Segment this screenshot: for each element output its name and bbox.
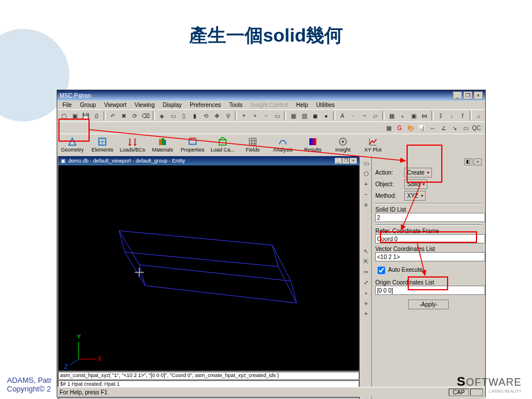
menu-help[interactable]: Help xyxy=(293,101,311,109)
panel-close-button[interactable]: × xyxy=(474,158,482,165)
angle-icon[interactable]: ∠ xyxy=(438,123,449,133)
action-dropdown[interactable]: Create xyxy=(404,168,432,178)
elements-button[interactable]: Elements xyxy=(87,134,117,155)
geometry-panel: ◧ × Action: Create Object: Solid Method:… xyxy=(371,156,485,399)
node-icon[interactable]: ∘ xyxy=(397,110,408,121)
shaded-icon[interactable]: ◼ xyxy=(310,110,320,121)
quick-icon[interactable]: QC xyxy=(471,123,482,133)
materials-button[interactable]: Materials xyxy=(147,134,178,155)
point-icon[interactable]: · xyxy=(348,110,359,121)
auto-execute-checkbox[interactable] xyxy=(378,267,385,274)
loads-bcs-button[interactable]: Loads/BCs xyxy=(117,134,147,155)
element-icon[interactable]: ▣ xyxy=(408,110,419,121)
cmd-line-1[interactable]: asm_const_hpat_xyz( "1", "<10 2 1>", "[0… xyxy=(58,372,359,380)
menu-group[interactable]: Group xyxy=(77,101,99,109)
menu-utilities[interactable]: Utilities xyxy=(313,101,338,109)
pick-any-icon[interactable]: + xyxy=(361,309,371,318)
menu-insight-control[interactable]: Insight Control xyxy=(248,101,291,109)
menu-file[interactable]: File xyxy=(60,101,75,109)
view-front-icon[interactable]: ▯ xyxy=(179,110,189,121)
panel-pin-button[interactable]: ◧ xyxy=(464,158,472,165)
pan-icon[interactable]: ✥ xyxy=(212,110,222,121)
view-top-icon[interactable]: ▭ xyxy=(168,110,178,121)
minimize-button[interactable]: _ xyxy=(453,91,462,99)
wireframe-icon[interactable]: ▦ xyxy=(288,110,298,121)
screen-icon[interactable]: ▭ xyxy=(460,123,471,133)
clear-icon[interactable]: ⌫ xyxy=(141,110,151,121)
method-dropdown[interactable]: XYZ xyxy=(404,191,426,201)
undo-icon[interactable]: ↶ xyxy=(108,110,118,121)
zoom-in-icon[interactable]: ＋ xyxy=(250,110,260,121)
home-icon[interactable]: ⌂ xyxy=(474,110,484,121)
open-icon[interactable]: ▣ xyxy=(69,110,80,121)
close-button[interactable]: × xyxy=(474,91,483,99)
results-button[interactable]: Results xyxy=(298,134,328,155)
curve-icon[interactable]: ~ xyxy=(359,110,370,121)
solid-id-label: Solid ID List xyxy=(375,206,482,213)
zoom-box-icon[interactable]: ▭ xyxy=(272,110,282,121)
polygon-select-icon[interactable]: ⬠ xyxy=(361,169,371,178)
toggle-icon[interactable]: ≡ xyxy=(361,200,371,209)
smooth-icon[interactable]: ● xyxy=(321,110,331,121)
pick-vertex-icon[interactable]: ⋄ xyxy=(361,298,371,308)
restore-button[interactable]: ❐ xyxy=(463,91,472,99)
add-icon[interactable]: + xyxy=(361,179,371,189)
origin-label: Origin Coordinates List xyxy=(375,279,482,286)
fields-button[interactable]: Fields xyxy=(238,134,268,155)
view-iso-icon[interactable]: ◈ xyxy=(157,110,167,121)
geometry-button[interactable]: Geometry xyxy=(57,134,87,155)
pick-face-icon[interactable]: ⤢ xyxy=(361,278,371,287)
geometry-label: Geometry xyxy=(61,147,84,153)
label-icon[interactable]: A xyxy=(337,110,348,121)
object-dropdown[interactable]: Solid xyxy=(404,179,427,189)
zoom-icon[interactable]: ⚲ xyxy=(223,110,233,121)
pick-point-icon[interactable]: ↖ xyxy=(361,246,371,256)
pick-filter-icon[interactable]: ▦ xyxy=(383,123,394,133)
pick-curve-icon[interactable]: G xyxy=(394,123,405,133)
ref-frame-input[interactable] xyxy=(375,234,485,243)
xy-plot-button[interactable]: XY Plot xyxy=(358,134,388,155)
surface-icon[interactable]: ▱ xyxy=(370,110,380,121)
menu-preferences[interactable]: Preferences xyxy=(187,101,224,109)
vector-input[interactable] xyxy=(375,252,485,261)
viewport-close-button[interactable]: × xyxy=(350,158,357,164)
menu-tools[interactable]: Tools xyxy=(226,101,245,109)
pick-node-icon[interactable]: ∘ xyxy=(361,288,371,297)
rotate-icon[interactable]: ⟲ xyxy=(201,110,211,121)
mesh-icon[interactable]: ▦ xyxy=(386,110,397,121)
analysis-button[interactable]: Analysis xyxy=(268,134,298,155)
arrow-icon[interactable]: ↘ xyxy=(449,123,460,133)
origin-input[interactable] xyxy=(375,286,485,295)
hidden-icon[interactable]: ▨ xyxy=(299,110,309,121)
field2-icon[interactable]: f xyxy=(457,110,468,121)
mpc-icon[interactable]: ⋈ xyxy=(419,110,430,121)
zoom-out-icon[interactable]: － xyxy=(261,110,271,121)
menu-viewing[interactable]: Viewing xyxy=(132,101,158,109)
viewport-minimize-button[interactable]: _ xyxy=(335,158,342,164)
solid-id-input[interactable] xyxy=(375,213,485,222)
save-icon[interactable]: 💾 xyxy=(80,110,91,121)
measure-icon[interactable]: ↔ xyxy=(427,123,438,133)
fit-icon[interactable]: ⌖ xyxy=(239,110,249,121)
pick-curve2-icon[interactable]: ✂ xyxy=(361,267,371,276)
properties-button[interactable]: Properties xyxy=(178,134,208,155)
chart-icon[interactable]: 📊 xyxy=(416,123,427,133)
abort-icon[interactable]: ✖ xyxy=(119,110,129,121)
insight-button[interactable]: Insight xyxy=(328,134,358,155)
viewport-restore-button[interactable]: ❐ xyxy=(342,158,349,164)
apply-button[interactable]: -Apply- xyxy=(408,300,449,309)
viewport-3d[interactable]: Y X Z xyxy=(58,165,359,371)
new-icon[interactable]: ▢ xyxy=(58,110,69,121)
menu-display[interactable]: Display xyxy=(160,101,185,109)
menu-viewport[interactable]: Viewport xyxy=(101,101,130,109)
palette-icon[interactable]: 🎨 xyxy=(405,123,416,133)
pick-edge-icon[interactable]: ⇱ xyxy=(361,257,371,266)
select-icon[interactable]: ▭ xyxy=(361,158,371,168)
load-cases-button[interactable]: Load Ca... xyxy=(208,134,238,155)
print-icon[interactable]: ⎙ xyxy=(91,110,102,121)
view-side-icon[interactable]: ▮ xyxy=(190,110,200,121)
subtract-icon[interactable]: − xyxy=(361,190,371,199)
load-icon[interactable]: ↓ xyxy=(446,110,457,121)
bc-icon[interactable]: ↧ xyxy=(435,110,446,121)
refresh-icon[interactable]: ⟳ xyxy=(130,110,140,121)
